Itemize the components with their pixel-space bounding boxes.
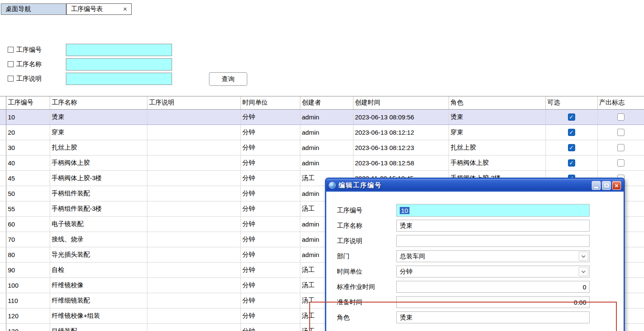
cell-process-desc <box>147 109 240 124</box>
chevron-down-icon[interactable] <box>579 267 588 276</box>
dialog-title: 编辑工序编号 <box>339 181 382 190</box>
cell-role: 手柄阀体上胶 <box>449 155 545 170</box>
filter-checkbox[interactable] <box>8 61 14 67</box>
table-row[interactable]: 30扎丝上胶分钟admin2023-06-13 08:12:23扎丝上胶✓ <box>0 140 644 155</box>
cell-selectable: ✓ <box>545 140 597 155</box>
cell-process-id: 10 <box>6 109 50 124</box>
column-header[interactable]: 工序名称 <box>50 96 147 109</box>
cell-time-unit: 分钟 <box>240 262 300 277</box>
cell-process-id: 50 <box>6 186 50 201</box>
tab-process-number-table[interactable]: 工序编号表 × <box>66 3 132 15</box>
dialog-field-number[interactable]: 0 <box>396 281 590 293</box>
cell-process-id: 90 <box>6 262 50 277</box>
cell-time-unit: 分钟 <box>240 155 300 170</box>
table-row[interactable]: 20穿束分钟admin2023-06-13 08:12:12穿束✓ <box>0 124 644 140</box>
cell-process-name: 穿束 <box>50 124 147 140</box>
cell-selectable: ✓ <box>545 124 597 140</box>
checkbox-checked-icon[interactable]: ✓ <box>568 129 575 136</box>
cell-process-desc <box>147 170 240 186</box>
cell-process-id: 110 <box>6 293 50 308</box>
dialog-field-number[interactable]: 0.00 <box>396 296 590 308</box>
filter-row: 工序编号 <box>8 43 172 56</box>
query-button[interactable]: 查询 <box>209 72 247 86</box>
checkbox-unchecked-icon[interactable] <box>617 129 624 136</box>
dialog-field-row: 标准作业时间0 <box>326 279 624 294</box>
edit-process-dialog: 编辑工序编号 × 工序编号10工序名称烫束工序说明部门总装车间时间单位分钟标准作… <box>325 178 625 331</box>
checkbox-unchecked-icon[interactable] <box>617 113 624 121</box>
cell-time-unit: 分钟 <box>240 323 300 331</box>
dialog-field-text[interactable]: 烫束 <box>396 220 590 232</box>
dialog-field-row: 部门总装车间 <box>326 249 624 264</box>
cell-process-name: 电子镜装配 <box>50 216 147 232</box>
cell-role: 扎丝上胶 <box>449 140 545 155</box>
cell-process-name: 手柄组件装配-3楼 <box>50 201 147 216</box>
cell-process-name: 扎丝上胶 <box>50 140 147 155</box>
filter-row: 工序名称 <box>8 58 172 71</box>
row-gutter <box>0 247 6 262</box>
dialog-field-combo[interactable]: 总装车间 <box>396 250 590 262</box>
column-header[interactable]: 工序编号 <box>6 96 50 109</box>
app-window: 桌面导航 工序编号表 × 工序编号工序名称工序说明 查询 工序编号工序名称工序说… <box>0 0 644 331</box>
close-button[interactable]: × <box>612 181 621 190</box>
column-header[interactable]: 创建者 <box>300 96 353 109</box>
filter-checkbox[interactable] <box>8 47 14 53</box>
checkbox-unchecked-icon[interactable] <box>617 144 624 151</box>
cell-process-name: 纤维细镜装配 <box>50 293 147 308</box>
cell-process-desc <box>147 201 240 216</box>
column-header[interactable]: 可选 <box>545 96 597 109</box>
maximize-button[interactable] <box>602 181 611 190</box>
row-gutter <box>0 293 6 308</box>
dialog-field-text[interactable] <box>396 235 590 247</box>
dialog-field-label: 准备时间 <box>337 298 396 306</box>
cell-created-time: 2023-06-13 08:12:23 <box>353 140 449 155</box>
combo-value: 总装车间 <box>400 252 425 260</box>
checkbox-checked-icon[interactable]: ✓ <box>568 144 575 151</box>
cell-process-name: 自检 <box>50 262 147 277</box>
dialog-field-text[interactable]: 烫束 <box>396 311 590 323</box>
selected-text: 10 <box>400 207 410 214</box>
cell-creator: admin <box>300 124 353 140</box>
row-gutter <box>0 186 6 201</box>
header-gutter <box>0 96 6 109</box>
cell-process-desc <box>147 308 240 323</box>
cell-process-desc <box>147 232 240 247</box>
cell-process-id: 100 <box>6 277 50 293</box>
cell-time-unit: 分钟 <box>240 232 300 247</box>
table-row[interactable]: 10烫束分钟admin2023-06-13 08:09:56烫束✓ <box>0 109 644 124</box>
checkbox-unchecked-icon[interactable] <box>617 159 624 167</box>
dialog-field-combo[interactable]: 分钟 <box>396 266 590 277</box>
row-gutter <box>0 323 6 331</box>
checkbox-checked-icon[interactable]: ✓ <box>568 159 575 167</box>
cell-time-unit: 分钟 <box>240 216 300 232</box>
cell-process-id: 80 <box>6 247 50 262</box>
minimize-button[interactable] <box>592 181 601 190</box>
chevron-down-icon[interactable] <box>579 252 588 261</box>
cell-process-id: 20 <box>6 124 50 140</box>
cell-time-unit: 分钟 <box>240 140 300 155</box>
dialog-globe-icon <box>329 182 336 189</box>
column-header[interactable]: 创建时间 <box>353 96 449 109</box>
row-gutter <box>0 124 6 140</box>
cell-role: 烫束 <box>449 109 545 124</box>
cell-time-unit: 分钟 <box>240 277 300 293</box>
dialog-titlebar[interactable]: 编辑工序编号 × <box>326 179 624 192</box>
tab-close-icon[interactable]: × <box>123 6 127 13</box>
column-header[interactable]: 产出标志 <box>597 96 644 109</box>
row-gutter <box>0 216 6 232</box>
filter-input[interactable] <box>66 44 172 56</box>
table-row[interactable]: 40手柄阀体上胶分钟admin2023-06-13 08:12:58手柄阀体上胶… <box>0 155 644 170</box>
checkbox-checked-icon[interactable]: ✓ <box>568 113 575 121</box>
row-gutter <box>0 201 6 216</box>
cell-process-desc <box>147 124 240 140</box>
dialog-field-label: 工序名称 <box>337 222 396 230</box>
filter-input[interactable] <box>66 73 172 85</box>
column-header[interactable]: 时间单位 <box>240 96 300 109</box>
column-header[interactable]: 角色 <box>449 96 545 109</box>
row-gutter <box>0 170 6 186</box>
filter-input[interactable] <box>66 58 172 71</box>
column-header[interactable]: 工序说明 <box>147 96 240 109</box>
filter-checkbox[interactable] <box>8 76 14 82</box>
tab-desktop-navigation[interactable]: 桌面导航 <box>1 3 66 15</box>
cell-created-time: 2023-06-13 08:12:58 <box>353 155 449 170</box>
dialog-field-text-selected[interactable]: 10 <box>396 204 590 217</box>
